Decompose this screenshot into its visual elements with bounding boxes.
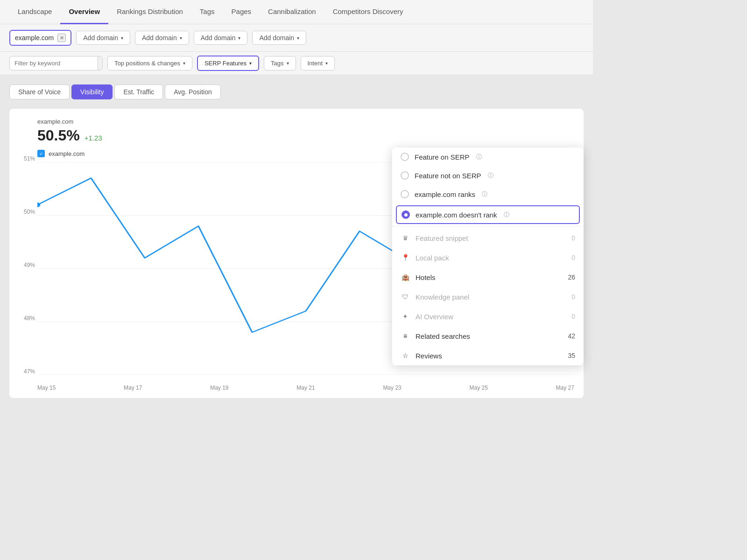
add-domain-button-4[interactable]: Add domain ▾: [252, 31, 306, 45]
feature-item-knowledge-panel[interactable]: 🛡 Knowledge panel 0: [392, 287, 584, 307]
x-label-may27: May 27: [556, 385, 574, 391]
legend-label: example.com: [49, 150, 85, 157]
domain-label: example.com: [15, 34, 54, 42]
serp-features-filter[interactable]: SERP Features ▾: [197, 56, 259, 71]
feature-count: 0: [571, 313, 575, 320]
option-feature-on-serp[interactable]: Feature on SERP ⓘ: [392, 147, 584, 166]
option-domain-doesnt-rank[interactable]: example.com doesn't rank ⓘ: [396, 205, 580, 224]
feature-item-reviews[interactable]: ☆ Reviews 35: [392, 346, 584, 365]
chevron-down-icon: ▾: [121, 35, 123, 41]
main-content: Share of Voice Visibility Est. Traffic A…: [0, 75, 593, 407]
x-label-may23: May 23: [383, 385, 401, 391]
info-icon: ⓘ: [488, 172, 493, 180]
list-icon: ≡: [401, 331, 410, 341]
x-label-may17: May 17: [124, 385, 142, 391]
feature-label: Featured snippet: [416, 234, 468, 242]
nav-competitors[interactable]: Competitors Discovery: [324, 0, 412, 24]
feature-count: 0: [571, 234, 575, 242]
feature-item-related-searches[interactable]: ≡ Related searches 42: [392, 326, 584, 346]
toolbar: example.com ✕ Add domain ▾ Add domain ▾ …: [0, 24, 593, 52]
option-label: Feature not on SERP: [415, 172, 481, 180]
chevron-down-icon: ▾: [287, 61, 289, 66]
feature-label: Reviews: [416, 352, 442, 360]
x-label-may21: May 21: [296, 385, 315, 391]
nav-pages[interactable]: Pages: [223, 0, 260, 24]
feature-label: Hotels: [416, 273, 436, 281]
tab-avg-position[interactable]: Avg. Position: [165, 84, 220, 99]
feature-label: Local pack: [416, 254, 449, 262]
feature-item-ai-overview[interactable]: ✦ AI Overview 0: [392, 307, 584, 326]
x-label-may25: May 25: [469, 385, 487, 391]
option-label: example.com doesn't rank: [416, 211, 497, 219]
metric-tabs: Share of Voice Visibility Est. Traffic A…: [9, 84, 584, 99]
option-domain-ranks[interactable]: example.com ranks ⓘ: [392, 185, 584, 203]
radio-domain-ranks[interactable]: [401, 190, 409, 198]
chart-domain-label: example.com: [37, 118, 574, 125]
radio-feature-on-serp[interactable]: [401, 153, 409, 161]
y-label-51: 51%: [14, 155, 35, 162]
filter-row: 🔍 Top positions & changes ▾ SERP Feature…: [0, 52, 593, 75]
tab-visibility[interactable]: Visibility: [71, 84, 113, 99]
x-axis: May 15 May 17 May 19 May 21 May 23 May 2…: [37, 385, 574, 391]
x-label-may15: May 15: [37, 385, 56, 391]
sparkle-icon: ✦: [401, 312, 410, 321]
crown-icon: ♛: [401, 233, 410, 243]
keyword-input[interactable]: [10, 56, 98, 70]
chevron-down-icon: ▾: [180, 35, 182, 41]
radio-domain-doesnt-rank[interactable]: [402, 210, 410, 219]
info-icon: ⓘ: [476, 153, 482, 161]
nav-rankings[interactable]: Rankings Distribution: [108, 0, 191, 24]
chevron-down-icon: ▾: [297, 35, 299, 41]
y-label-48: 48%: [14, 315, 35, 322]
shield-icon: 🛡: [401, 292, 410, 301]
feature-count: 26: [568, 273, 575, 281]
feature-count: 42: [568, 332, 575, 340]
option-label: Feature on SERP: [415, 153, 470, 161]
nav-cannibalization[interactable]: Cannibalization: [260, 0, 324, 24]
y-label-47: 47%: [14, 368, 35, 375]
tab-share-of-voice[interactable]: Share of Voice: [9, 84, 70, 99]
feature-count: 0: [571, 254, 575, 261]
chart-change: +1.23: [85, 134, 102, 142]
nav-landscape[interactable]: Landscape: [9, 0, 60, 24]
option-feature-not-on-serp[interactable]: Feature not on SERP ⓘ: [392, 166, 584, 185]
chevron-down-icon: ▾: [183, 61, 185, 66]
nav-tags[interactable]: Tags: [191, 0, 223, 24]
legend-checkbox[interactable]: ✓: [37, 150, 45, 157]
top-positions-filter[interactable]: Top positions & changes ▾: [107, 56, 192, 70]
feature-label: AI Overview: [416, 313, 453, 321]
serp-features-dropdown: Feature on SERP ⓘ Feature not on SERP ⓘ …: [392, 147, 584, 365]
feature-count: 0: [571, 293, 575, 301]
radio-feature-not-on-serp[interactable]: [401, 171, 409, 180]
add-domain-button-1[interactable]: Add domain ▾: [76, 31, 130, 45]
tab-est-traffic[interactable]: Est. Traffic: [114, 84, 163, 99]
feature-item-local-pack[interactable]: 📍 Local pack 0: [392, 248, 584, 267]
add-domain-button-2[interactable]: Add domain ▾: [135, 31, 189, 45]
top-nav: Landscape Overview Rankings Distribution…: [0, 0, 593, 24]
y-label-50: 50%: [14, 209, 35, 215]
tags-filter[interactable]: Tags ▾: [264, 56, 296, 70]
remove-domain-button[interactable]: ✕: [57, 34, 66, 42]
dropdown-scroll[interactable]: Feature on SERP ⓘ Feature not on SERP ⓘ …: [392, 147, 584, 365]
x-label-may19: May 19: [210, 385, 228, 391]
feature-count: 35: [568, 352, 575, 359]
star-icon: ☆: [401, 351, 410, 360]
feature-item-hotels[interactable]: 🏨 Hotels 26: [392, 267, 584, 287]
intent-filter[interactable]: Intent ▾: [301, 56, 335, 70]
feature-label: Related searches: [416, 332, 470, 340]
y-label-49: 49%: [14, 262, 35, 268]
pin-icon: 📍: [401, 253, 410, 262]
feature-label: Knowledge panel: [416, 293, 469, 301]
chart-percentage: 50.5%: [37, 127, 80, 144]
chart-value: 50.5% +1.23: [37, 127, 574, 144]
y-axis: 51% 50% 49% 48% 47%: [14, 155, 35, 375]
add-domain-button-3[interactable]: Add domain ▾: [194, 31, 248, 45]
feature-item-featured-snippet[interactable]: ♛ Featured snippet 0: [392, 228, 584, 248]
search-button[interactable]: 🔍: [98, 56, 103, 70]
option-label: example.com ranks: [415, 190, 475, 198]
keyword-search[interactable]: 🔍: [9, 56, 103, 70]
nav-overview[interactable]: Overview: [60, 0, 108, 24]
chevron-down-icon: ▾: [249, 61, 252, 66]
info-icon: ⓘ: [504, 211, 509, 219]
info-icon: ⓘ: [482, 190, 487, 198]
